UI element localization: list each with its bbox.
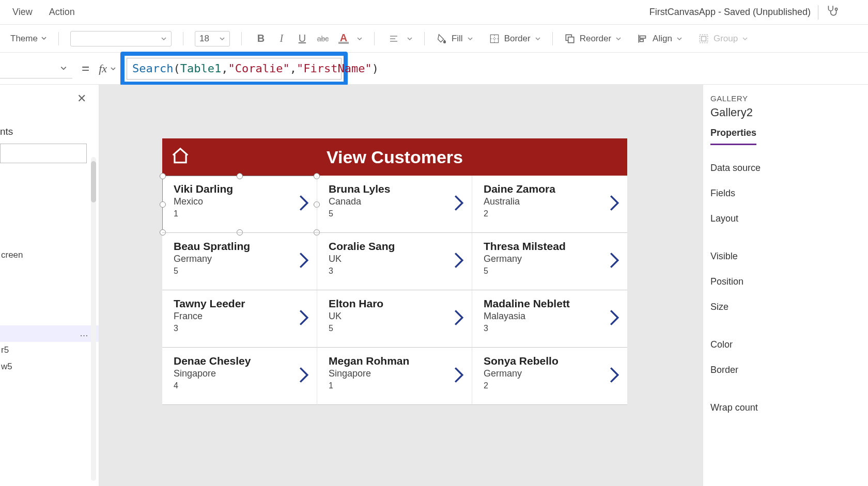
cell-name: Daine Zamora: [484, 183, 596, 195]
tab-properties[interactable]: Properties: [710, 126, 756, 145]
separator: [241, 32, 242, 45]
equals-sign: =: [72, 60, 99, 76]
tok-q2b: ": [365, 62, 371, 75]
chevron-right-icon[interactable]: [298, 252, 309, 271]
separator: [374, 32, 375, 45]
cell-country: Singapore: [329, 368, 441, 379]
menu-action[interactable]: Action: [41, 7, 83, 18]
chevron-right-icon[interactable]: [298, 309, 309, 328]
formula-input[interactable]: Search(Table1, "Coralie", "FirstName"): [127, 58, 342, 80]
chevron-down-icon: [60, 65, 67, 72]
text-align-button[interactable]: [386, 31, 401, 46]
prop-layout[interactable]: Layout: [710, 206, 861, 231]
cell-country: Malayasia: [484, 311, 596, 322]
font-color-button[interactable]: A: [336, 31, 351, 46]
tree-item-r5[interactable]: r5: [0, 342, 99, 358]
cell-country: Canada: [329, 196, 441, 207]
chevron-down-icon: [467, 36, 473, 42]
tree-search-input[interactable]: [0, 144, 87, 163]
font-dropdown[interactable]: [70, 31, 172, 46]
menubar: View Action FirstCanvasApp - Saved (Unpu…: [0, 0, 868, 25]
property-dropdown[interactable]: [0, 59, 72, 79]
fill-button[interactable]: Fill: [430, 33, 479, 44]
scroll-thumb[interactable]: [91, 161, 96, 202]
canvas-area[interactable]: View Customers Viki Darling Mexico 1: [99, 85, 703, 486]
gallery-cell[interactable]: Elton Haro UK 5: [317, 290, 472, 348]
reorder-button[interactable]: Reorder: [558, 33, 628, 44]
tree-scrollbar[interactable]: [91, 157, 96, 481]
chevron-right-icon[interactable]: [298, 366, 309, 386]
separator: [424, 32, 425, 45]
tok-q2a: ": [297, 62, 303, 75]
gallery-cell[interactable]: Thresa Milstead Germany 5: [472, 233, 627, 290]
bold-button[interactable]: B: [253, 31, 269, 46]
cell-country: Singapore: [174, 368, 286, 379]
cell-country: Mexico: [174, 196, 286, 207]
chevron-right-icon[interactable]: [453, 309, 464, 328]
prop-border[interactable]: Border: [710, 357, 861, 383]
separator: [183, 32, 183, 45]
gallery-cell[interactable]: Viki Darling Mexico 1: [162, 176, 317, 233]
underline-button[interactable]: U: [295, 31, 310, 46]
chevron-down-icon: [676, 36, 683, 42]
prop-data-source[interactable]: Data source: [710, 155, 861, 181]
fx-button[interactable]: fx: [99, 62, 120, 75]
chevron-right-icon[interactable]: [453, 252, 464, 271]
preview-title: View Customers: [327, 147, 463, 167]
chevron-right-icon[interactable]: [453, 366, 464, 386]
tree-item-screen[interactable]: creen: [0, 247, 99, 263]
cell-name: Sonya Rebello: [484, 355, 596, 367]
gallery-cell[interactable]: Daine Zamora Australia 2: [472, 176, 627, 233]
gallery-cell[interactable]: Denae Chesley Singapore 4: [162, 348, 317, 405]
prop-fields[interactable]: Fields: [710, 181, 861, 206]
chevron-right-icon[interactable]: [609, 194, 620, 214]
chevron-right-icon[interactable]: [609, 309, 620, 328]
gallery-cell[interactable]: Tawny Leeder France 3: [162, 290, 317, 348]
tok-q1a: ": [228, 62, 235, 75]
chevron-down-icon: [742, 36, 748, 42]
theme-button[interactable]: Theme: [10, 34, 47, 44]
home-icon[interactable]: [171, 146, 190, 168]
tree-item-w5[interactable]: w5: [0, 358, 99, 375]
gallery-cell[interactable]: Megan Rohman Singapore 1: [317, 348, 472, 405]
svg-rect-13: [702, 36, 706, 41]
gallery-cell[interactable]: Madaline Neblett Malayasia 3: [472, 290, 627, 348]
gallery-cell[interactable]: Bruna Lyles Canada 5: [317, 176, 472, 233]
app-checker-icon[interactable]: [826, 4, 839, 20]
cell-num: 5: [329, 324, 441, 333]
gallery-preview[interactable]: View Customers Viki Darling Mexico 1: [162, 138, 627, 405]
close-icon[interactable]: ✕: [77, 92, 86, 105]
prop-position[interactable]: Position: [710, 269, 861, 294]
tree-item-selected[interactable]: …: [0, 325, 99, 342]
chevron-right-icon[interactable]: [609, 252, 620, 271]
main-area: ✕ nts creen … r5 w5 View Customers: [0, 85, 868, 486]
prop-size[interactable]: Size: [710, 294, 861, 320]
cell-name: Viki Darling: [174, 183, 286, 195]
group-button[interactable]: Group: [692, 33, 754, 44]
menu-view[interactable]: View: [4, 7, 41, 18]
italic-button[interactable]: I: [274, 31, 289, 46]
chevron-right-icon[interactable]: [453, 194, 464, 214]
chevron-right-icon[interactable]: [298, 194, 309, 214]
formula-bar: = fx Search(Table1, "Coralie", "FirstNam…: [0, 53, 868, 85]
cell-name: Madaline Neblett: [484, 297, 596, 310]
align-button[interactable]: Align: [631, 33, 689, 44]
chevron-down-icon: [41, 34, 47, 44]
prop-visible[interactable]: Visible: [710, 244, 861, 269]
svg-rect-12: [700, 35, 707, 42]
cell-name: Bruna Lyles: [329, 183, 441, 195]
chevron-right-icon[interactable]: [609, 366, 620, 386]
cell-name: Beau Spratling: [174, 240, 286, 253]
tok-open: (: [174, 62, 180, 75]
prop-color[interactable]: Color: [710, 332, 861, 357]
border-button[interactable]: Border: [483, 33, 547, 44]
chevron-down-icon: [357, 36, 363, 42]
prop-wrap-count[interactable]: Wrap count: [710, 395, 861, 420]
gallery-cell[interactable]: Coralie Sang UK 3: [317, 233, 472, 290]
cell-name: Denae Chesley: [174, 355, 286, 367]
font-size-dropdown[interactable]: 18: [195, 31, 230, 46]
gallery-cell[interactable]: Sonya Rebello Germany 2: [472, 348, 627, 405]
strikethrough-button[interactable]: abc: [315, 31, 331, 46]
gallery-cell[interactable]: Beau Spratling Germany 5: [162, 233, 317, 290]
cell-name: Megan Rohman: [329, 355, 441, 367]
